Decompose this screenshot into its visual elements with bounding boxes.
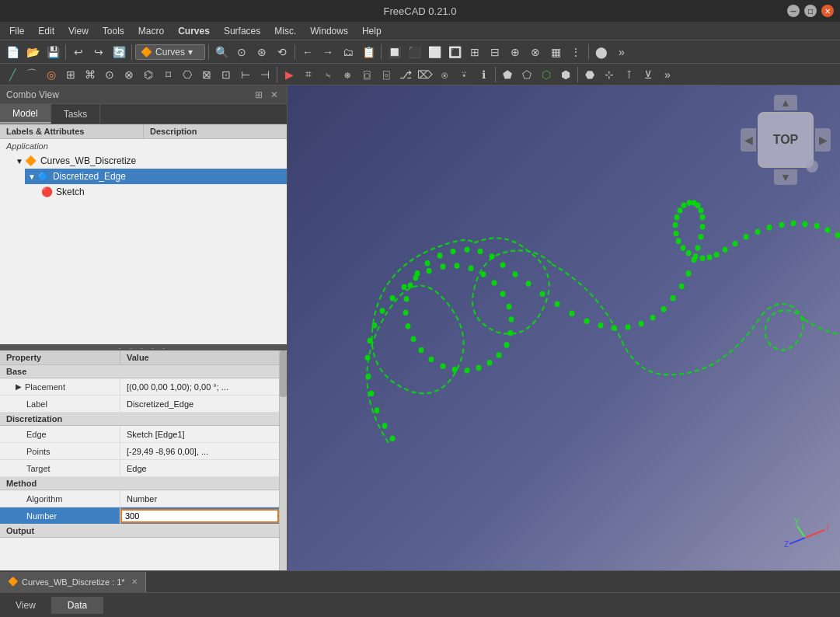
workbench-dropdown[interactable]: 🔶 Curves ▾ (135, 44, 205, 60)
menu-view[interactable]: View (62, 24, 95, 38)
toolbar-btn-d[interactable]: ← (298, 43, 317, 61)
tab-model[interactable]: Model (0, 104, 51, 124)
redo-button[interactable]: ↪ (89, 43, 108, 61)
viewport[interactable]: ▲ ▼ ◀ ▶ TOP X Y Z (288, 85, 840, 570)
expand-placement[interactable]: ▶ (16, 382, 22, 391)
toolbar-btn-h[interactable]: 🔲 (385, 43, 403, 61)
toolbar2-btn-27[interactable]: ⬠ (518, 65, 536, 84)
toolbar2-btn-33[interactable]: ⊻ (639, 65, 657, 84)
toolbar2-btn-17[interactable]: ⍀ (319, 65, 337, 84)
tree-item-curves-wb[interactable]: ▼ 🔶 Curves_WB_Discretize (12, 153, 287, 169)
toolbar2-btn-18[interactable]: ⎈ (338, 65, 357, 84)
menu-misc[interactable]: Misc. (268, 24, 302, 38)
toolbar-btn-e[interactable]: → (319, 43, 337, 61)
toolbar2-btn-4[interactable]: ⊞ (61, 65, 80, 84)
maximize-button[interactable]: □ (804, 5, 817, 17)
toolbar-btn-l[interactable]: ⊞ (465, 43, 484, 61)
toolbar-btn-g[interactable]: 📋 (359, 43, 378, 61)
toolbar2-btn-6[interactable]: ⊙ (100, 65, 119, 84)
toolbar2-btn-21[interactable]: ⎇ (396, 65, 415, 84)
toolbar2-btn-2[interactable]: ⌒ (23, 65, 41, 84)
toolbar2-btn-16[interactable]: ⌗ (299, 65, 318, 84)
toolbar2-btn-12[interactable]: ⊡ (217, 65, 235, 84)
toolbar-btn-q[interactable]: ⋮ (566, 43, 585, 61)
toolbar2-btn-32[interactable]: ⊺ (619, 65, 638, 84)
toolbar2-btn-14[interactable]: ⊣ (256, 65, 274, 84)
bottom-tab-close[interactable]: ✕ (131, 577, 138, 586)
toolbar-btn-f[interactable]: 🗂 (339, 43, 357, 61)
minimize-button[interactable]: ─ (787, 5, 800, 17)
bottom-tab-curves[interactable]: 🔶 Curves_WB_Discretize : 1* ✕ (0, 572, 146, 592)
menu-windows[interactable]: Windows (304, 24, 354, 38)
prop-row-number[interactable]: Number (0, 507, 279, 525)
toolbar-btn-r[interactable]: ⬤ (592, 43, 611, 61)
prop-row-edge[interactable]: Edge Sketch [Edge1] (0, 426, 279, 443)
toolbar-btn-o[interactable]: ⊗ (526, 43, 545, 61)
nav-arrow-up[interactable]: ▲ (774, 95, 797, 110)
navigation-cube[interactable]: ▲ ▼ ◀ ▶ TOP (739, 93, 832, 186)
toolbar2-btn-25[interactable]: ℹ (474, 65, 493, 84)
new-button[interactable]: 📄 (3, 43, 22, 61)
menu-curves[interactable]: Curves (172, 24, 216, 38)
props-scroll-thumb[interactable] (280, 350, 287, 397)
close-button[interactable]: ✕ (821, 5, 834, 17)
save-button[interactable]: 💾 (44, 43, 62, 61)
toolbar-btn-k[interactable]: 🔳 (445, 43, 464, 61)
combo-expand-button[interactable]: ⊞ (253, 89, 265, 101)
toolbar2-btn-13[interactable]: ⊢ (236, 65, 255, 84)
toolbar2-btn-10[interactable]: ⎔ (178, 65, 197, 84)
toolbar-btn-m[interactable]: ⊟ (486, 43, 504, 61)
toolbar2-btn-9[interactable]: ⌑ (159, 65, 177, 84)
toolbar-btn-a[interactable]: ⊙ (232, 43, 251, 61)
toolbar2-btn-7[interactable]: ⊗ (120, 65, 138, 84)
toolbar-btn-zoom[interactable]: 🔍 (212, 43, 231, 61)
toolbar2-btn-30[interactable]: ⬣ (580, 65, 599, 84)
nav-arrow-right[interactable]: ▶ (815, 128, 831, 152)
refresh-button[interactable]: 🔄 (110, 43, 128, 61)
toolbar2-btn-19[interactable]: ⌼ (357, 65, 376, 84)
toolbar2-btn-5[interactable]: ⌘ (81, 65, 99, 84)
toolbar-btn-p[interactable]: ▦ (546, 43, 565, 61)
prop-value-number[interactable] (120, 507, 279, 524)
toolbar-btn-b[interactable]: ⊛ (253, 43, 271, 61)
number-input[interactable] (120, 509, 279, 523)
prop-row-algorithm[interactable]: Algorithm Number (0, 490, 279, 507)
tab-tasks[interactable]: Tasks (51, 104, 101, 124)
menu-help[interactable]: Help (356, 24, 388, 38)
toolbar2-btn-8[interactable]: ⌬ (139, 65, 158, 84)
toolbar2-btn-3[interactable]: ◎ (42, 65, 61, 84)
tree-item-discretized-edge[interactable]: ▼ 🔷 Discretized_Edge (25, 169, 287, 184)
toolbar2-btn-23[interactable]: ⍟ (435, 65, 454, 84)
panel-tab-view[interactable]: View (0, 597, 52, 614)
toolbar2-btn-1[interactable]: ╱ (3, 65, 22, 84)
toolbar2-btn-15[interactable]: ▶ (280, 65, 298, 84)
props-scrollbar[interactable] (279, 350, 287, 570)
panel-tab-data[interactable]: Data (52, 597, 103, 614)
toolbar-btn-n[interactable]: ⊕ (506, 43, 525, 61)
menu-edit[interactable]: Edit (32, 24, 61, 38)
prop-row-placement[interactable]: ▶ Placement [(0,00 0,00 1,00); 0,00 °; .… (0, 378, 279, 396)
menu-macro[interactable]: Macro (132, 24, 170, 38)
toolbar2-btn-more[interactable]: » (658, 65, 677, 84)
nav-arrow-left[interactable]: ◀ (741, 128, 756, 152)
toolbar2-btn-11[interactable]: ⊠ (197, 65, 216, 84)
nav-cube-face[interactable]: TOP (758, 112, 814, 168)
toolbar2-btn-24[interactable]: ⍣ (455, 65, 473, 84)
panel-divider[interactable]: - - - - - (0, 344, 287, 350)
chevron-discretized[interactable]: ▼ (28, 173, 36, 181)
toolbar2-btn-22[interactable]: ⌦ (416, 65, 434, 84)
toolbar2-btn-26[interactable]: ⬟ (498, 65, 517, 84)
toolbar-btn-i[interactable]: ⬛ (405, 43, 423, 61)
open-button[interactable]: 📂 (23, 43, 42, 61)
chevron-curves-wb[interactable]: ▼ (16, 157, 23, 166)
combo-close-button[interactable]: ✕ (268, 89, 281, 101)
toolbar2-btn-20[interactable]: ⌻ (377, 65, 396, 84)
menu-file[interactable]: File (3, 24, 30, 38)
menu-surfaces[interactable]: Surfaces (218, 24, 267, 38)
prop-row-points[interactable]: Points [-29,49 -8,96 0,00], ... (0, 443, 279, 460)
toolbar2-btn-28[interactable]: ⬡ (537, 65, 556, 84)
toolbar2-btn-31[interactable]: ⊹ (600, 65, 619, 84)
nav-arrow-down[interactable]: ▼ (774, 169, 797, 185)
toolbar2-btn-29[interactable]: ⬢ (556, 65, 575, 84)
undo-button[interactable]: ↩ (69, 43, 88, 61)
